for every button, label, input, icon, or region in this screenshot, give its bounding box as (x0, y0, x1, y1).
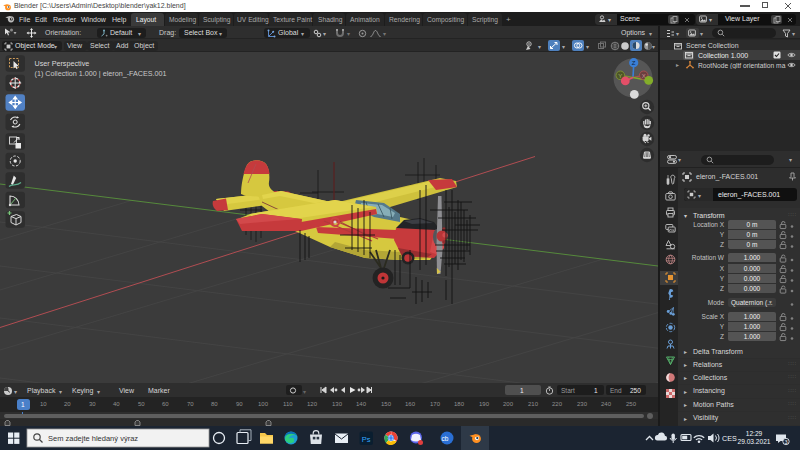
svg-text:12:29: 12:29 (746, 430, 763, 437)
svg-text:3: 3 (784, 439, 787, 445)
svg-text:cb: cb (442, 435, 449, 442)
svg-text:Sem zadejte hledaný výraz: Sem zadejte hledaný výraz (48, 434, 138, 443)
svg-text:User Perspective: User Perspective (35, 59, 90, 68)
svg-text:29.03.2021: 29.03.2021 (737, 438, 770, 445)
svg-text:Ps: Ps (362, 435, 371, 444)
svg-text:(1) Collection 1.000 | eleron_: (1) Collection 1.000 | eleron_-FACES.001 (35, 69, 167, 78)
svg-text:CES: CES (722, 434, 737, 443)
svg-text:Y: Y (618, 73, 622, 79)
svg-text:Z: Z (632, 60, 636, 66)
svg-text:X: X (642, 73, 646, 79)
